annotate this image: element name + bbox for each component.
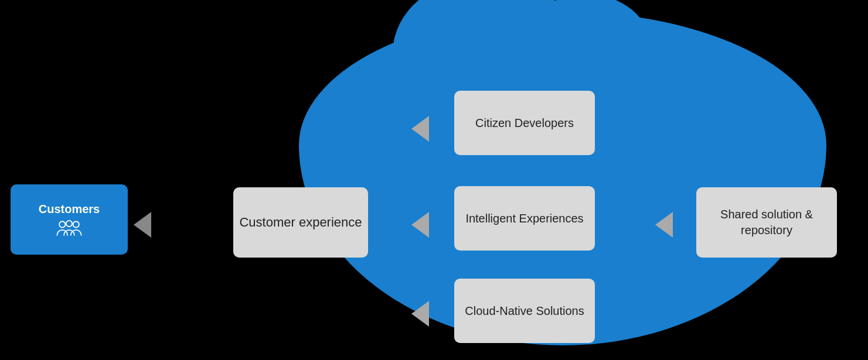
arrow-cloud-left-top: [411, 116, 429, 142]
cloud-native-solutions-box: Cloud-Native Solutions: [454, 279, 595, 343]
citizen-developers-box: Citizen Developers: [454, 91, 595, 155]
customers-box: Customers: [11, 184, 128, 255]
intelligent-experiences-box: Intelligent Experiences: [454, 186, 595, 251]
shared-solution-box: Shared solution & repository: [696, 187, 837, 258]
customer-experience-box: Customer experience: [233, 187, 368, 258]
customers-label: Customers: [39, 203, 100, 216]
shared-solution-label: Shared solution & repository: [696, 207, 837, 238]
customer-experience-label: Customer experience: [239, 214, 362, 231]
svg-point-1: [73, 221, 79, 227]
citizen-developers-label: Citizen Developers: [475, 115, 574, 131]
arrow-cloud-left-bot: [411, 301, 429, 327]
svg-point-2: [66, 220, 72, 226]
arrow-to-customers: [134, 212, 151, 238]
intelligent-experiences-label: Intelligent Experiences: [465, 211, 583, 227]
cloud-native-solutions-label: Cloud-Native Solutions: [465, 303, 584, 319]
people-icon: [56, 220, 82, 237]
svg-point-0: [59, 221, 65, 227]
arrow-to-shared: [655, 212, 673, 238]
arrow-cloud-left-mid: [411, 212, 429, 238]
diagram-container: Customers Customer experience Citizen De…: [0, 0, 868, 360]
